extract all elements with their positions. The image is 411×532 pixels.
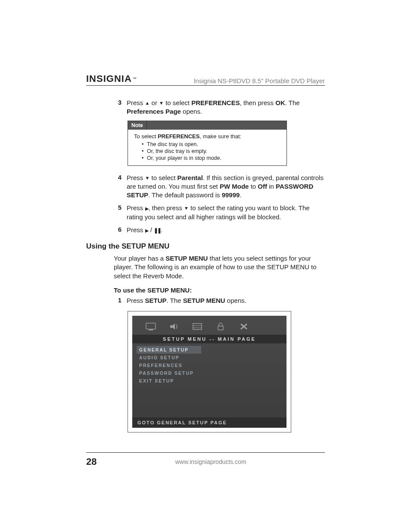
page-content: 3 Press ▲ or ▼ to select PREFERENCES, th… bbox=[86, 86, 325, 432]
setup-menu-screenshot-frame: SETUP MENU -- MAIN PAGE GENERAL SETUP AU… bbox=[128, 311, 291, 432]
step-body: Press SETUP. The SETUP MENU opens. bbox=[127, 296, 325, 305]
text: Press bbox=[127, 99, 145, 106]
step-4: 4 Press ▼ to select Parental. If this se… bbox=[114, 174, 325, 200]
text: in bbox=[267, 183, 276, 190]
menu-item: AUDIO SETUP bbox=[139, 354, 280, 361]
text: , then press bbox=[149, 204, 184, 212]
close-icon bbox=[238, 322, 249, 331]
text: opens. bbox=[225, 297, 246, 304]
text: . bbox=[161, 226, 162, 233]
page-header: INSIGNIA™ Insignia NS-P8DVD 8.5" Portabl… bbox=[86, 73, 325, 86]
step-body: Press ▲ or ▼ to select PREFERENCES, then… bbox=[127, 99, 325, 116]
play-icon: ▶ bbox=[145, 228, 149, 233]
audio-icon bbox=[168, 322, 180, 331]
step-body: Press ▶, then press ▼ to select the rati… bbox=[127, 204, 325, 221]
step-3: 3 Press ▲ or ▼ to select PREFERENCES, th… bbox=[114, 99, 325, 116]
bold-text: PREFERENCES bbox=[191, 99, 240, 106]
bold-text: Parental bbox=[177, 174, 203, 181]
screenshot-title: SETUP MENU -- MAIN PAGE bbox=[132, 335, 286, 343]
note-box: Note To select PREFERENCES, make sure th… bbox=[128, 121, 287, 166]
step-body: Press ▼ to select Parental. If this sect… bbox=[127, 174, 325, 200]
setup-menu-screenshot: SETUP MENU -- MAIN PAGE GENERAL SETUP AU… bbox=[132, 316, 286, 428]
down-arrow-icon: ▼ bbox=[184, 205, 189, 212]
step-number: 5 bbox=[114, 204, 121, 221]
sub-heading: To use the SETUP MENU: bbox=[114, 286, 325, 294]
svg-rect-5 bbox=[218, 326, 223, 330]
screenshot-menu: GENERAL SETUP AUDIO SETUP PREFERENCES PA… bbox=[132, 343, 286, 387]
text: . bbox=[240, 191, 241, 199]
note-list: The disc tray is open. Or, the disc tray… bbox=[134, 141, 280, 161]
text: / bbox=[149, 226, 154, 233]
general-icon bbox=[145, 322, 156, 331]
menu-item: PREFERENCES bbox=[139, 361, 280, 369]
page-number: 28 bbox=[86, 456, 97, 467]
note-header: Note bbox=[128, 121, 286, 130]
list-item: Or, the disc tray is empty. bbox=[142, 148, 280, 154]
up-arrow-icon: ▲ bbox=[145, 100, 150, 106]
paragraph: Your player has a SETUP MENU that lets y… bbox=[114, 254, 325, 280]
text: . The default password is bbox=[148, 191, 222, 199]
down-arrow-icon: ▼ bbox=[159, 100, 164, 106]
bold-text: Preferences Page bbox=[127, 108, 181, 115]
text: to select bbox=[149, 174, 177, 181]
right-arrow-icon: ▶ bbox=[145, 206, 149, 211]
screenshot-icon-row bbox=[132, 316, 286, 335]
step-5: 5 Press ▶, then press ▼ to select the ra… bbox=[114, 204, 325, 221]
text: , make sure that: bbox=[199, 133, 241, 140]
list-item: Or, your player is in stop mode. bbox=[142, 155, 280, 161]
bold-text: 99999 bbox=[222, 191, 240, 199]
step-number: 6 bbox=[114, 226, 121, 234]
text: . The bbox=[167, 297, 183, 304]
step-body: Press ▶ / ❚❚. bbox=[127, 226, 325, 234]
section-heading: Using the SETUP MENU bbox=[86, 242, 325, 251]
note-label: Note bbox=[128, 121, 147, 130]
text: Press bbox=[127, 297, 145, 304]
pause-icon: ❚❚ bbox=[154, 227, 161, 233]
menu-item: PASSWORD SETUP bbox=[139, 369, 280, 377]
text: Press bbox=[127, 204, 145, 212]
text: to select bbox=[164, 99, 191, 106]
bold-text: Off bbox=[258, 183, 267, 190]
menu-item: EXIT SETUP bbox=[139, 377, 280, 385]
footer-url: www.insigniaproducts.com bbox=[97, 458, 325, 465]
svg-rect-1 bbox=[149, 330, 153, 330]
svg-rect-0 bbox=[146, 323, 156, 329]
bold-text: OK bbox=[275, 99, 285, 106]
list-item: The disc tray is open. bbox=[142, 141, 280, 147]
logo-text: INSIGNIA bbox=[86, 73, 132, 84]
screenshot-footer: GOTO GENERAL SETUP PAGE bbox=[132, 417, 286, 428]
product-title: Insignia NS-P8DVD 8.5" Portable DVD Play… bbox=[193, 77, 325, 84]
preferences-icon bbox=[192, 322, 203, 331]
text: Press bbox=[127, 226, 145, 233]
text: To select bbox=[134, 133, 158, 140]
step-1: 1 Press SETUP. The SETUP MENU opens. bbox=[114, 296, 325, 305]
text: opens. bbox=[181, 108, 202, 115]
text: , then press bbox=[240, 99, 276, 106]
text: to bbox=[249, 183, 258, 190]
step-number: 3 bbox=[114, 99, 121, 116]
step-number: 4 bbox=[114, 174, 121, 200]
bold-text: PW Mode bbox=[220, 183, 249, 190]
text: . The bbox=[285, 99, 300, 106]
bold-text: SETUP MENU bbox=[165, 255, 208, 262]
bold-text: SETUP MENU bbox=[183, 297, 225, 304]
svg-rect-2 bbox=[193, 324, 202, 330]
bold-text: PREFERENCES bbox=[158, 133, 200, 140]
text: or bbox=[149, 99, 159, 106]
bold-text: SETUP bbox=[145, 297, 167, 304]
menu-item-highlighted: GENERAL SETUP bbox=[137, 346, 201, 354]
manual-page: INSIGNIA™ Insignia NS-P8DVD 8.5" Portabl… bbox=[0, 0, 411, 532]
step-number: 1 bbox=[114, 296, 121, 305]
lock-icon bbox=[215, 322, 226, 331]
trademark-icon: ™ bbox=[133, 77, 137, 81]
down-arrow-icon: ▼ bbox=[145, 175, 150, 181]
brand-logo: INSIGNIA™ bbox=[86, 73, 137, 84]
step-6: 6 Press ▶ / ❚❚. bbox=[114, 226, 325, 234]
text: Press bbox=[127, 174, 145, 181]
text: Your player has a bbox=[114, 255, 165, 262]
note-body: To select PREFERENCES, make sure that: T… bbox=[128, 130, 286, 165]
page-footer: 28 www.insigniaproducts.com bbox=[86, 452, 325, 467]
